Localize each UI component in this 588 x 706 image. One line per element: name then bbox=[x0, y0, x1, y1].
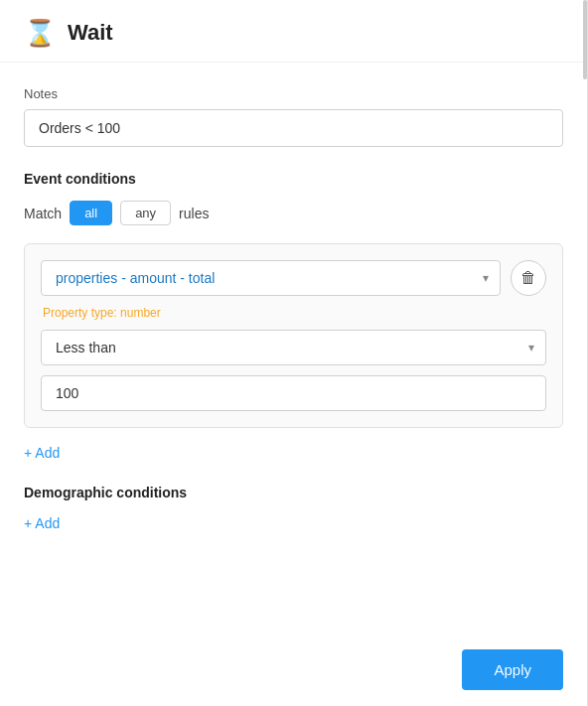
page-title: Wait bbox=[68, 20, 113, 46]
condition-box: properties - amount - total ▾ 🗑 Property… bbox=[24, 243, 563, 428]
match-any-button[interactable]: any bbox=[120, 201, 171, 225]
property-row: properties - amount - total ▾ 🗑 bbox=[41, 260, 546, 296]
event-conditions-title: Event conditions bbox=[24, 171, 563, 187]
property-type-label: Property type: number bbox=[41, 306, 546, 320]
match-row: Match all any rules bbox=[24, 201, 563, 225]
add-demographic-condition-link[interactable]: + Add bbox=[24, 515, 60, 531]
scrollbar bbox=[583, 0, 587, 706]
demographic-conditions-title: Demographic conditions bbox=[24, 485, 563, 500]
add-event-condition-link[interactable]: + Add bbox=[24, 445, 60, 461]
operator-select-wrapper: Less than Greater than Equal to Not equa… bbox=[41, 330, 546, 365]
content-area: Notes Event conditions Match all any rul… bbox=[0, 63, 587, 635]
trash-icon: 🗑 bbox=[520, 269, 536, 287]
match-suffix: rules bbox=[179, 206, 209, 221]
notes-label: Notes bbox=[24, 86, 563, 101]
wait-icon: ⌛ bbox=[24, 20, 56, 46]
value-input[interactable] bbox=[41, 375, 546, 411]
operator-select[interactable]: Less than Greater than Equal to Not equa… bbox=[41, 330, 546, 365]
delete-condition-button[interactable]: 🗑 bbox=[511, 260, 546, 296]
scrollbar-thumb bbox=[583, 0, 587, 79]
property-select[interactable]: properties - amount - total bbox=[41, 260, 501, 296]
match-label: Match bbox=[24, 206, 62, 221]
footer: Apply bbox=[0, 634, 587, 706]
notes-input[interactable] bbox=[24, 109, 563, 147]
property-select-wrapper: properties - amount - total ▾ bbox=[41, 260, 501, 296]
main-panel: ⌛ Wait Notes Event conditions Match all … bbox=[0, 0, 588, 706]
match-all-button[interactable]: all bbox=[70, 201, 112, 225]
apply-button[interactable]: Apply bbox=[462, 649, 563, 690]
header: ⌛ Wait bbox=[0, 0, 587, 63]
